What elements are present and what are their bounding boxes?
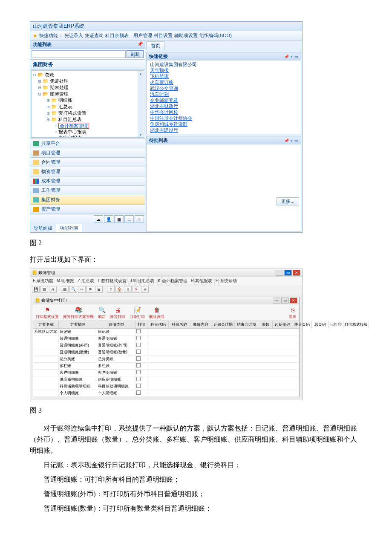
checkbox[interactable]	[136, 356, 141, 361]
table-row[interactable]: 客户明细账客户明细账	[33, 370, 299, 376]
tool-print-format[interactable]: ⚑打印格式设置	[36, 306, 59, 320]
scheme-grid[interactable]: 方案名称方案描述账簿类型 打印科目代码科目名称 账簿内容开始会计期结束会计期 页…	[33, 321, 299, 397]
acc-material[interactable]: 物资管理	[30, 167, 145, 176]
tool-ledger-print[interactable]: 🖨账簿打印	[110, 306, 125, 320]
table-row[interactable]: 系统默认方案日记账日记账	[33, 329, 299, 335]
table-row[interactable]: 科目辅助项明细账科目辅助项明细账	[33, 383, 299, 390]
menu-item[interactable]: K.会计档案管理	[158, 278, 187, 284]
quick-item[interactable]: 辅助项设置	[174, 32, 198, 39]
nav-tree[interactable]: ⊟ 📂 总账 ⊞ 📁 凭证处理 ⊞ 📁 期末处理 ⊟ 📂 账簿管理 ⊞ 📁 明细…	[31, 70, 144, 138]
acc-project[interactable]: 项目管理	[30, 148, 145, 158]
checkbox[interactable]	[136, 329, 141, 333]
tb-cloud-icon[interactable]: ☁	[94, 215, 103, 223]
acc-share-platform[interactable]: 共享平台	[30, 139, 145, 148]
sub-close-icon[interactable]: ✕	[290, 298, 297, 304]
table-row[interactable]: 普通明细账(外币)普通明细账(外币)	[33, 342, 299, 349]
acc-group-finance[interactable]: 集团财务	[30, 195, 145, 205]
tab-func-list[interactable]: 功能列表	[56, 224, 82, 232]
tb-copy-icon[interactable]: ▩	[61, 286, 69, 293]
link-item[interactable]: 武汉公交查询	[150, 85, 297, 91]
tb-card-icon[interactable]: ▭	[124, 215, 134, 223]
acc-cost[interactable]: 成本管理	[30, 176, 145, 186]
quick-item[interactable]: 用户管理	[133, 32, 152, 39]
link-item[interactable]: 中国注册会计师协会	[150, 115, 297, 121]
tb-x-icon[interactable]: ✕	[133, 286, 140, 293]
menu-item[interactable]: H.系统帮助	[216, 278, 237, 284]
menu-item[interactable]: T.套打格式设置	[98, 278, 127, 284]
tb-exit-icon[interactable]: ⎘	[141, 286, 149, 293]
link-item[interactable]: 住房和城乡建设部	[150, 121, 297, 127]
tool-exit[interactable]: ⎘退出	[289, 306, 297, 320]
more-button[interactable]: 更多...	[277, 197, 299, 205]
sub-min-icon[interactable]: —	[273, 298, 280, 304]
menu-item[interactable]: R.其他报表	[191, 278, 212, 284]
tb-grid-icon[interactable]: ▦	[40, 286, 48, 293]
acc-work[interactable]: 工作管理	[30, 186, 145, 195]
link-item[interactable]: 中华会计网校	[150, 109, 297, 115]
chevron-down-icon[interactable]: ▾	[291, 55, 293, 59]
menu-item[interactable]: M.明细账	[57, 278, 74, 284]
close-icon[interactable]: ✕	[293, 270, 300, 276]
link-item[interactable]: 湖北省财政厅	[150, 103, 297, 109]
tool-scheme-mgr[interactable]: 📚账簿打印方案管理	[63, 306, 94, 320]
link-item[interactable]: 飞机航班	[150, 73, 297, 79]
tool-delete-ledger[interactable]: 🗑删除账簿	[149, 306, 164, 320]
tb-home-icon[interactable]: 🏠	[115, 286, 123, 293]
tb-find-icon[interactable]: 🔍	[69, 286, 77, 293]
link-item[interactable]: 天气预报	[150, 67, 297, 73]
tool-refresh[interactable]: 🔍刷新	[98, 306, 106, 320]
tb-calc-icon[interactable]: 🖩	[95, 286, 103, 293]
checkbox[interactable]	[136, 336, 141, 340]
checkbox[interactable]	[136, 384, 141, 388]
tab-home[interactable]: 首页	[146, 41, 165, 50]
pin-icon[interactable]: 📌	[284, 139, 289, 143]
table-row[interactable]: 普通明细账普通明细账	[33, 335, 299, 342]
tb-help-icon[interactable]: ?	[107, 286, 115, 293]
link-item[interactable]: 企业邮箱登录	[150, 97, 297, 103]
acc-asset[interactable]: 资产管理	[30, 205, 145, 214]
quick-item[interactable]: 凭证查询	[85, 32, 104, 39]
quick-item[interactable]: 科目余额表	[105, 32, 129, 39]
quick-item[interactable]: 组织编码(BOO)	[199, 32, 232, 39]
pin-icon[interactable]: 📌	[137, 41, 143, 47]
maximize-icon[interactable]: ▭	[294, 139, 298, 143]
tb-save-icon[interactable]: 💾	[32, 286, 40, 293]
acc-contract[interactable]: 合同管理	[30, 158, 145, 167]
search-input[interactable]	[32, 50, 126, 58]
link-item[interactable]: 湖北省建设厅	[150, 127, 297, 133]
maximize-icon[interactable]: ▭	[294, 55, 298, 59]
sub-max-icon[interactable]: ▭	[281, 298, 289, 304]
pin-icon[interactable]: 📌	[284, 55, 289, 59]
tab-nav-panel[interactable]: 导航面板	[30, 224, 56, 232]
checkbox[interactable]	[136, 350, 141, 354]
tb-flag-icon[interactable]: ⚑	[86, 286, 94, 293]
checkbox[interactable]	[136, 390, 141, 395]
checkbox[interactable]	[136, 377, 141, 381]
menu-item[interactable]: Z.汇总表	[78, 278, 94, 284]
checkbox[interactable]	[136, 343, 141, 347]
link-item[interactable]: 汽车时刻	[150, 91, 297, 97]
table-row[interactable]: 个人明细账个人明细账	[33, 390, 299, 397]
maximize-icon[interactable]: ▭	[284, 270, 292, 276]
tree-item-archive-mgmt[interactable]: 会计档案管理	[58, 123, 89, 129]
tb-window-icon[interactable]: ▦	[114, 215, 124, 223]
menu-item[interactable]: F.系统功能	[33, 278, 53, 284]
tb-expand-icon[interactable]: »	[135, 215, 144, 223]
table-row[interactable]: 供应商明细账供应商明细账	[33, 376, 299, 383]
nav-group-finance[interactable]: 集团财务	[30, 60, 145, 69]
checkbox[interactable]	[136, 363, 141, 367]
table-row[interactable]: 总分类账总分类账	[33, 356, 299, 363]
chevron-down-icon[interactable]: ▾	[291, 139, 293, 143]
refresh-button[interactable]: 刷新	[127, 50, 144, 58]
menu-item[interactable]: J.科目汇总表	[130, 278, 155, 284]
checkbox[interactable]	[136, 370, 141, 374]
tb-user-icon[interactable]: 👤	[104, 215, 113, 223]
quick-item[interactable]: 凭证录入	[64, 32, 83, 39]
tb-print-icon[interactable]: 🖨	[49, 286, 57, 293]
tb-door-icon[interactable]: ▯	[124, 286, 132, 293]
table-row[interactable]: 多栏账多栏账	[33, 363, 299, 370]
link-item[interactable]: 火车票订购	[150, 79, 297, 85]
tool-catalog-print[interactable]: 📝目录打印	[130, 306, 145, 320]
tree-scrollbar[interactable]	[138, 71, 143, 138]
quick-item[interactable]: 科目设置	[154, 32, 173, 39]
